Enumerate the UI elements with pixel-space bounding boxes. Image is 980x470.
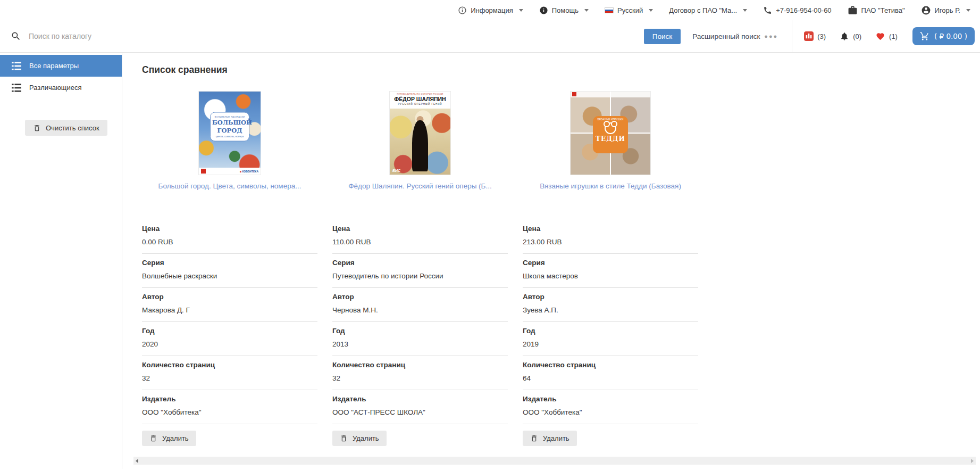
spec-row-publisher: Издатель ООО "Хоббитека" (142, 390, 317, 424)
cover-subtitle-text: РУССКИЙ ОПЕРНЫЙ ГЕНИЙ (390, 103, 450, 105)
sidebar-item-label: Различающиеся (29, 84, 81, 92)
cover-series-text: ПУТЕВОДИТЕЛЬ ПО ИСТОРИИ РОССИИ (390, 93, 450, 95)
figure-silhouette (412, 120, 428, 171)
cover-publisher-strip: ■ ХОББИТЕКА (199, 168, 261, 175)
spec-row-price: Цена 213.00 RUB (523, 220, 698, 254)
search-button[interactable]: Поиск (644, 29, 681, 44)
menu-contract-label: Договор с ПАО "Ма... (669, 6, 737, 14)
spec-value: 2013 (332, 340, 508, 349)
book-cover-image: ВОЛШЕБНЫЕ РАСКРАСКИ БОЛЬШОЙ ГОРОД цвета,… (199, 92, 261, 175)
book-cover-image: ВЯЗАНЫЕ ИГРУШКИ ТЕДДИ (571, 92, 650, 175)
delete-button[interactable]: Удалить (523, 431, 577, 446)
phone-icon (763, 6, 772, 15)
chevron-down-icon (966, 9, 970, 12)
spec-table: Цена 213.00 RUB Серия Школа мастеров Авт… (523, 220, 698, 424)
spec-label: Год (523, 327, 698, 335)
spec-row-publisher: Издатель ООО "АСТ-ПРЕСС ШКОЛА" (332, 390, 508, 424)
spec-value: 110.00 RUB (332, 238, 508, 246)
spec-value: 2020 (142, 340, 317, 349)
topbar-phone[interactable]: +7-916-954-00-60 (763, 6, 831, 15)
spec-label: Год (332, 327, 508, 335)
trash-icon (33, 124, 41, 132)
spec-label: Издатель (523, 395, 698, 403)
cover-series-text: ВОЛШЕБНЫЕ РАСКРАСКИ (212, 115, 247, 118)
alerts-counter[interactable]: (0) (840, 31, 861, 41)
more-dots-icon: ●●● (764, 33, 778, 39)
spec-row-year: Год 2019 (523, 322, 698, 356)
spec-row-pages: Количество страниц 32 (332, 356, 508, 390)
product-card: ВОЛШЕБНЫЕ РАСКРАСКИ БОЛЬШОЙ ГОРОД цвета,… (142, 90, 317, 446)
delete-label: Удалить (543, 434, 569, 442)
trash-icon (340, 434, 348, 442)
spec-value: ООО "Хоббитека" (523, 408, 698, 417)
spec-label: Цена (523, 225, 698, 233)
spec-row-year: Год 2020 (142, 322, 317, 356)
delete-button[interactable]: Удалить (142, 431, 196, 446)
sidebar-item-all-params[interactable]: Все параметры (0, 55, 122, 77)
scroll-right-icon[interactable] (971, 459, 974, 463)
user-menu[interactable]: Игорь Р. (921, 5, 970, 15)
cart-button[interactable]: ( ₽ 0.00 ) (912, 27, 975, 45)
scroll-left-icon[interactable] (136, 459, 138, 463)
cover-title-text: БОЛЬШОЙ (212, 119, 247, 126)
spec-row-price: Цена 110.00 RUB (332, 220, 508, 254)
product-title-link[interactable]: Вязаные игрушки в стиле Тедди (Базовая) (523, 182, 698, 190)
delete-button[interactable]: Удалить (332, 431, 387, 446)
user-icon (921, 5, 931, 15)
menu-help[interactable]: Помощь (539, 6, 589, 15)
spec-row-author: Автор Чернова М.Н. (332, 288, 508, 322)
book-cover-image: ПУТЕВОДИТЕЛЬ ПО ИСТОРИИ РОССИИ ФЁДОР ШАЛ… (390, 92, 450, 175)
menu-contract[interactable]: Договор с ПАО "Ма... (669, 6, 747, 14)
trash-icon (530, 434, 538, 442)
search-input[interactable] (29, 32, 644, 40)
spec-value: 0.00 RUB (142, 238, 317, 246)
cover-title-text: ТЕДДИ (593, 135, 628, 143)
cover-top-strip (571, 92, 650, 97)
horizontal-scrollbar[interactable] (133, 457, 976, 465)
chevron-down-icon (743, 9, 747, 12)
briefcase-icon (848, 5, 858, 15)
sidebar-item-differing[interactable]: Различающиеся (0, 77, 122, 98)
spec-value: Зуева А.П. (523, 306, 698, 315)
product-cover-link[interactable]: ВЯЗАНЫЕ ИГРУШКИ ТЕДДИ (523, 90, 698, 175)
cover-badge: ВОЛШЕБНЫЕ РАСКРАСКИ БОЛЬШОЙ ГОРОД цвета,… (210, 112, 249, 141)
spec-value: Школа мастеров (523, 272, 698, 281)
user-name: Игорь Р. (935, 6, 960, 14)
russian-flag-icon (605, 7, 614, 13)
heart-icon (875, 32, 885, 41)
delete-label: Удалить (353, 434, 379, 442)
topbar-company[interactable]: ПАО "Тетива" (848, 5, 905, 15)
product-title-link[interactable]: Фёдор Шаляпин. Русский гений оперы (Б... (332, 182, 508, 190)
favorites-counter[interactable]: (1) (875, 32, 898, 41)
product-cover-link[interactable]: ВОЛШЕБНЫЕ РАСКРАСКИ БОЛЬШОЙ ГОРОД цвета,… (142, 90, 317, 175)
topbar: Информация Помощь Русский Договор с ПАО … (0, 0, 980, 20)
menu-language[interactable]: Русский (605, 6, 653, 14)
product-card: ПУТЕВОДИТЕЛЬ ПО ИСТОРИИ РОССИИ ФЁДОР ШАЛ… (332, 90, 508, 446)
spec-value: Макарова Д. Г (142, 306, 317, 315)
compare-counter[interactable]: (3) (804, 31, 826, 41)
cover-title-text: ГОРОД (212, 127, 247, 134)
spec-row-publisher: Издатель ООО "Хоббитека" (523, 390, 698, 424)
spec-value: 32 (142, 374, 317, 383)
spec-label: Цена (332, 225, 508, 233)
publisher-logo-text: БИС (392, 169, 400, 172)
spec-label: Серия (332, 259, 508, 267)
list-icon (12, 84, 21, 92)
product-cover-link[interactable]: ПУТЕВОДИТЕЛЬ ПО ИСТОРИИ РОССИИ ФЁДОР ШАЛ… (332, 90, 508, 175)
menu-language-label: Русский (617, 6, 643, 14)
menu-information-label: Информация (471, 6, 513, 14)
menu-information[interactable]: Информация (458, 6, 523, 15)
spec-row-price: Цена 0.00 RUB (142, 220, 317, 254)
comparison-page: Список сравнения ВОЛШЕБНЫЕ РАСКРАСКИ БОЛ… (122, 53, 980, 469)
product-title-link[interactable]: Большой город. Цвета, символы, номера... (142, 182, 317, 190)
divider (792, 20, 792, 53)
bell-icon (840, 31, 849, 41)
spec-row-series: Серия Школа мастеров (523, 254, 698, 288)
menu-help-label: Помощь (552, 6, 579, 14)
clear-list-button[interactable]: Очистить список (25, 120, 107, 136)
comparison-cards: ВОЛШЕБНЫЕ РАСКРАСКИ БОЛЬШОЙ ГОРОД цвета,… (142, 90, 980, 446)
chevron-down-icon (649, 9, 653, 12)
topbar-company-label: ПАО "Тетива" (861, 6, 905, 14)
chevron-down-icon (519, 9, 523, 12)
advanced-search-link[interactable]: Расширенный поиск ●●● (692, 32, 778, 40)
